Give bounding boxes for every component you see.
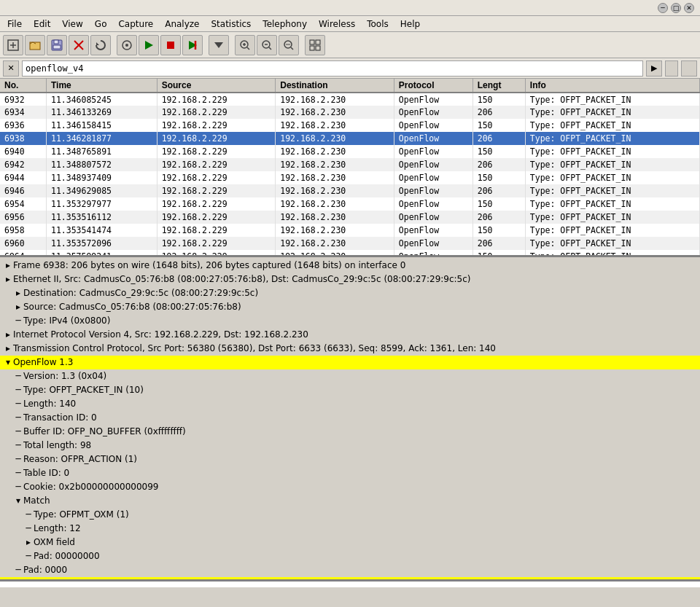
- detail-item[interactable]: ─Transaction ID: 0: [0, 411, 700, 425]
- detail-item[interactable]: ▸Transmission Control Protocol, Src Port…: [0, 342, 700, 356]
- detail-text: Frame 6938: 206 bytes on wire (1648 bits…: [13, 260, 405, 270]
- packet-list-pane[interactable]: No. Time Source Destination Protocol Len…: [0, 79, 700, 257]
- detail-item[interactable]: ─Buffer ID: OFP_NO_BUFFER (0xffffffff): [0, 425, 700, 439]
- detail-item[interactable]: ─Type: OFPMT_OXM (1): [0, 508, 700, 522]
- detail-item[interactable]: ▸Source: CadmusCo_05:76:b8 (08:00:27:05:…: [0, 300, 700, 314]
- table-row[interactable]: 6956 11.353516112 192.168.2.229 192.168.…: [0, 211, 700, 224]
- stop-capture-btn[interactable]: [160, 35, 181, 55]
- detail-item[interactable]: ─Pad: 0000: [0, 563, 700, 577]
- detail-item[interactable]: ▸Internet Protocol Version 4, Src: 192.1…: [0, 328, 700, 342]
- view-graph-btn[interactable]: [305, 35, 325, 55]
- expand-icon[interactable]: ▾: [3, 356, 13, 369]
- detail-item[interactable]: ─Cookie: 0x2b00000000000099: [0, 480, 700, 494]
- filter-input[interactable]: [22, 60, 643, 77]
- table-row[interactable]: 6940 11.348765891 192.168.2.229 192.168.…: [0, 145, 700, 158]
- detail-item[interactable]: ─Type: IPv4 (0x0800): [0, 314, 700, 328]
- detail-item[interactable]: ▾Match: [0, 494, 700, 508]
- scroll-down-btn[interactable]: [209, 35, 229, 55]
- detail-text: Length: 12: [34, 523, 81, 533]
- cell-no: 6936: [0, 119, 46, 132]
- restart-capture-btn[interactable]: [182, 35, 203, 55]
- detail-item[interactable]: ─Length: 140: [0, 397, 700, 411]
- cell-info: Type: OFPT_PACKET_IN: [525, 184, 699, 197]
- expand-icon[interactable]: ▸: [3, 342, 13, 355]
- table-row[interactable]: 6944 11.348937409 192.168.2.229 192.168.…: [0, 171, 700, 184]
- close-capture-btn[interactable]: [69, 35, 89, 55]
- capture-options-btn[interactable]: [117, 35, 137, 55]
- expand-icon[interactable]: ▸: [3, 273, 13, 286]
- detail-item[interactable]: ─Pad: 00000000: [0, 549, 700, 563]
- cell-info: Type: OFPT_PACKET_IN: [525, 132, 699, 145]
- table-row[interactable]: 6942 11.348807572 192.168.2.229 192.168.…: [0, 158, 700, 171]
- menu-wireless[interactable]: Wireless: [313, 17, 361, 31]
- table-row[interactable]: 6936 11.346158415 192.168.2.229 192.168.…: [0, 119, 700, 132]
- cell-time: 11.348937409: [46, 171, 157, 184]
- cell-len: 150: [472, 145, 525, 158]
- detail-item[interactable]: ─Type: OFPT_PACKET_IN (10): [0, 383, 700, 397]
- open-btn[interactable]: [25, 35, 45, 55]
- packet-detail-pane[interactable]: ▸Frame 6938: 206 bytes on wire (1648 bit…: [0, 257, 700, 581]
- detail-text: Ethernet II, Src: CadmusCo_05:76:b8 (08:…: [13, 274, 471, 284]
- menu-file[interactable]: File: [1, 17, 28, 31]
- leaf-icon: ─: [13, 384, 23, 396]
- filter-clear-btn[interactable]: ✕: [3, 60, 19, 77]
- cell-time: 11.348765891: [46, 145, 157, 158]
- cell-time: 11.349629085: [46, 184, 157, 197]
- table-row[interactable]: 6960 11.353572096 192.168.2.229 192.168.…: [0, 237, 700, 250]
- detail-item[interactable]: ─Reason: OFPR_ACTION (1): [0, 453, 700, 466]
- table-row[interactable]: 6958 11.353541474 192.168.2.229 192.168.…: [0, 224, 700, 237]
- table-row[interactable]: 6954 11.353297977 192.168.2.229 192.168.…: [0, 197, 700, 211]
- menu-telephony[interactable]: Telephony: [257, 17, 313, 31]
- menu-statistics[interactable]: Statistics: [205, 17, 257, 31]
- packet-bytes-pane[interactable]: [0, 581, 700, 592]
- detail-item[interactable]: ▸Destination: CadmusCo_29:9c:5c (08:00:2…: [0, 286, 700, 300]
- filter-plus-btn[interactable]: [681, 60, 697, 77]
- expand-icon[interactable]: ▸: [13, 301, 23, 313]
- new-capture-btn[interactable]: [3, 35, 23, 55]
- zoom-reset-btn[interactable]: [279, 35, 299, 55]
- menu-analyze[interactable]: Analyze: [159, 17, 205, 31]
- detail-item[interactable]: ─Length: 12: [0, 522, 700, 536]
- main-container: No. Time Source Destination Protocol Len…: [0, 79, 700, 592]
- detail-item[interactable]: ─Table ID: 0: [0, 466, 700, 480]
- expand-icon[interactable]: ▸: [13, 287, 23, 299]
- menu-go[interactable]: Go: [89, 17, 113, 31]
- maximize-btn[interactable]: □: [671, 3, 681, 13]
- table-row[interactable]: 6934 11.346133269 192.168.2.229 192.168.…: [0, 106, 700, 119]
- menu-help[interactable]: Help: [394, 17, 426, 31]
- expand-icon[interactable]: ▾: [13, 495, 23, 507]
- save-btn[interactable]: [47, 35, 67, 55]
- detail-item[interactable]: ▾OpenFlow 1.3: [0, 356, 700, 369]
- detail-item[interactable]: ─Total length: 98: [0, 439, 700, 453]
- cell-dst: 192.168.2.230: [276, 224, 394, 237]
- minimize-btn[interactable]: ─: [658, 3, 668, 13]
- cell-proto: OpenFlow: [394, 171, 472, 184]
- table-row[interactable]: 6932 11.346085245 192.168.2.229 192.168.…: [0, 93, 700, 106]
- menu-tools[interactable]: Tools: [361, 17, 394, 31]
- detail-item[interactable]: ▸OXM field: [0, 536, 700, 549]
- menu-capture[interactable]: Capture: [112, 17, 159, 31]
- expand-icon[interactable]: ▸: [3, 329, 13, 341]
- table-row[interactable]: 6946 11.349629085 192.168.2.229 192.168.…: [0, 184, 700, 197]
- filter-expression-btn[interactable]: [665, 60, 678, 77]
- expand-icon[interactable]: ▸: [23, 536, 34, 549]
- leaf-icon: ─: [13, 398, 23, 410]
- cell-src: 192.168.2.229: [157, 184, 276, 197]
- menu-edit[interactable]: Edit: [28, 17, 56, 31]
- detail-item[interactable]: ─Version: 1.3 (0x04): [0, 369, 700, 383]
- menu-view[interactable]: View: [56, 17, 88, 31]
- zoom-out-btn[interactable]: [257, 35, 277, 55]
- start-capture-btn[interactable]: [139, 35, 159, 55]
- detail-item[interactable]: ▸Ethernet II, Src: CadmusCo_05:76:b8 (08…: [0, 273, 700, 286]
- close-btn[interactable]: ✕: [684, 3, 694, 13]
- filter-arrow-btn[interactable]: ▶: [646, 60, 662, 77]
- table-row[interactable]: 6964 11.357599241 192.168.2.229 192.168.…: [0, 250, 700, 257]
- reload-btn[interactable]: [90, 35, 111, 55]
- cell-src: 192.168.2.229: [157, 237, 276, 250]
- detail-text: Internet Protocol Version 4, Src: 192.16…: [13, 329, 308, 340]
- zoom-in-btn[interactable]: [235, 35, 255, 55]
- expand-icon[interactable]: ▸: [3, 259, 13, 272]
- toolbar: [0, 32, 700, 58]
- table-row[interactable]: 6938 11.346281877 192.168.2.229 192.168.…: [0, 132, 700, 145]
- detail-item[interactable]: ▸Frame 6938: 206 bytes on wire (1648 bit…: [0, 259, 700, 273]
